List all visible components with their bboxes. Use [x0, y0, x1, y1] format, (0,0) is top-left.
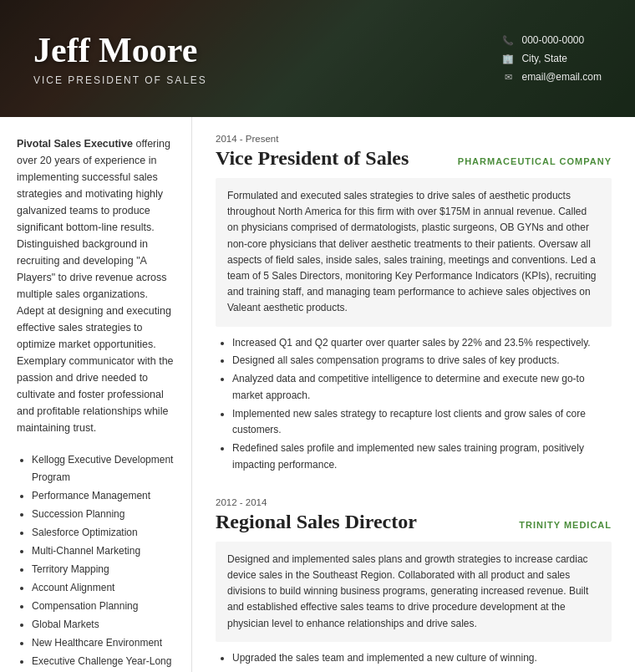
job-description: Designed and implemented sales plans and…	[227, 552, 600, 632]
skill-item: Performance Management	[32, 487, 175, 505]
phone-icon: 📞	[501, 33, 515, 47]
main-layout: Pivotal Sales Executive offering over 20…	[0, 117, 635, 672]
bullet-item: Upgraded the sales team and implemented …	[232, 650, 612, 667]
skill-item: Kellogg Executive Development Program	[32, 451, 175, 486]
bullet-item: Finished at #2 in the region for the yea…	[232, 669, 612, 672]
skill-item: Succession Planning	[32, 506, 175, 523]
contact-phone: 📞 000-000-0000	[501, 33, 602, 47]
skill-item: Executive Challenge Year-Long Program	[32, 653, 175, 672]
contact-email: ✉ email@email.com	[501, 70, 602, 84]
location-text: City, State	[521, 53, 566, 64]
bullet-item: Redefined sales profile and implemented …	[232, 440, 612, 474]
job-header: Regional Sales DirectorTRINITY MEDICAL	[216, 511, 612, 533]
bullet-item: Implemented new sales strategy to recapt…	[232, 406, 612, 440]
job-section: 2014 - PresentVice President of SalesPHA…	[216, 134, 612, 474]
skills-list: Kellogg Executive Development ProgramPer…	[17, 451, 175, 672]
job-section: 2012 - 2014Regional Sales DirectorTRINIT…	[216, 497, 612, 672]
header-name-block: Jeff Moore VICE PRESIDENT OF SALES	[33, 31, 501, 86]
job-company: PHARMACEUTICAL COMPANY	[458, 156, 612, 166]
phone-number: 000-000-0000	[521, 34, 584, 46]
email-address: email@email.com	[521, 71, 602, 83]
jobs-content: 2014 - PresentVice President of SalesPHA…	[192, 117, 635, 672]
job-dates: 2012 - 2014	[216, 497, 612, 507]
job-dates: 2014 - Present	[216, 134, 612, 144]
skill-item: Global Markets	[32, 616, 175, 634]
candidate-name: Jeff Moore	[33, 31, 501, 69]
skill-item: New Healthcare Environment	[32, 634, 175, 652]
job-bullets: Upgraded the sales team and implemented …	[216, 650, 612, 672]
job-description-box: Formulated and executed sales strategies…	[216, 178, 612, 327]
skill-item: Account Alignment	[32, 579, 175, 597]
bullet-item: Designed all sales compensation programs…	[232, 353, 612, 369]
bullet-item: Increased Q1 and Q2 quarter over quarter…	[232, 335, 612, 352]
skill-item: Territory Mapping	[32, 561, 175, 578]
skill-item: Compensation Planning	[32, 598, 175, 615]
bullet-item: Analyzed data and competitive intelligen…	[232, 371, 612, 405]
job-bullets: Increased Q1 and Q2 quarter over quarter…	[216, 335, 612, 474]
job-company: TRINITY MEDICAL	[519, 520, 612, 530]
candidate-title: VICE PRESIDENT OF SALES	[33, 74, 501, 86]
skill-item: Multi-Channel Marketing	[32, 542, 175, 560]
header-content: Jeff Moore VICE PRESIDENT OF SALES 📞 000…	[33, 31, 602, 86]
sidebar: Pivotal Sales Executive offering over 20…	[0, 117, 192, 672]
email-icon: ✉	[501, 70, 515, 84]
location-icon: 🏢	[501, 52, 515, 65]
job-title: Vice President of Sales	[216, 147, 409, 170]
contact-location: 🏢 City, State	[501, 52, 602, 65]
skill-item: Salesforce Optimization	[32, 524, 175, 542]
job-title: Regional Sales Director	[216, 511, 417, 533]
summary-bold: Pivotal Sales Executive	[17, 138, 133, 150]
contact-block: 📞 000-000-0000 🏢 City, State ✉ email@ema…	[501, 33, 602, 84]
job-description: Formulated and executed sales strategies…	[227, 188, 600, 317]
header: Jeff Moore VICE PRESIDENT OF SALES 📞 000…	[0, 0, 635, 117]
job-description-box: Designed and implemented sales plans and…	[216, 542, 612, 642]
job-header: Vice President of SalesPHARMACEUTICAL CO…	[216, 147, 612, 170]
sidebar-summary: Pivotal Sales Executive offering over 20…	[17, 135, 175, 436]
